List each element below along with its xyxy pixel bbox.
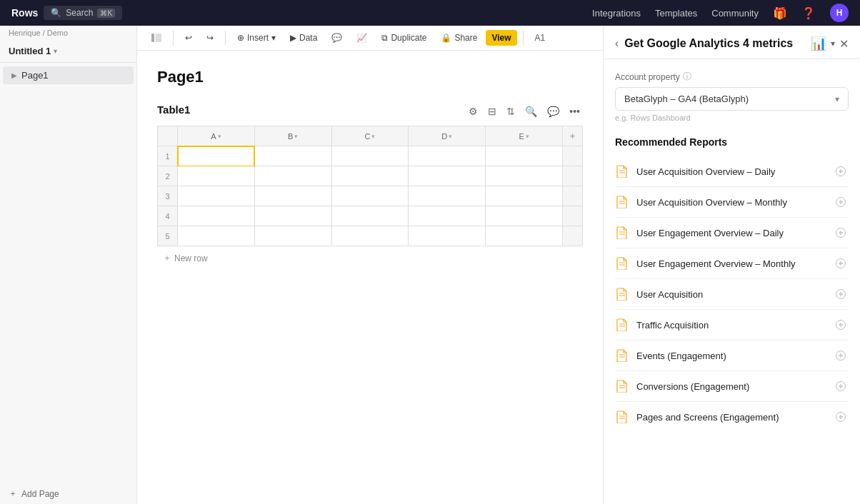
report-item-conversions-engagement[interactable]: Conversions (Engagement) xyxy=(615,371,849,402)
duplicate-button[interactable]: ⧉ Duplicate xyxy=(376,30,432,46)
sidebar-title-dropdown-icon[interactable]: ▾ xyxy=(54,47,57,55)
report-item-user-eng-daily[interactable]: User Engagement Overview – Daily xyxy=(615,218,849,248)
cell-a1[interactable] xyxy=(178,146,255,166)
col-header-e[interactable]: E ▾ xyxy=(486,126,563,146)
table-comment-icon[interactable]: 💬 xyxy=(544,104,562,119)
report-add-button[interactable] xyxy=(833,225,849,241)
account-property-select[interactable]: BetaGlyph – GA4 (BetaGlyph) ▾ xyxy=(615,87,849,111)
duplicate-label: Duplicate xyxy=(391,33,426,43)
report-add-button[interactable] xyxy=(833,286,849,302)
col-d-dropdown-icon[interactable]: ▾ xyxy=(449,133,452,140)
table-sort-icon[interactable]: ⇅ xyxy=(504,104,518,119)
report-file-icon xyxy=(615,317,629,333)
cell-d3[interactable] xyxy=(409,186,486,206)
report-file-icon xyxy=(615,163,629,179)
account-property-label: Account property ⓘ xyxy=(615,71,849,83)
cell-e5[interactable] xyxy=(486,226,563,246)
cell-a3[interactable] xyxy=(178,186,255,206)
cell-d4[interactable] xyxy=(409,206,486,226)
spreadsheet: A ▾ B ▾ xyxy=(157,126,583,246)
new-row-button[interactable]: ＋ New row xyxy=(157,249,583,267)
report-item-events-engagement[interactable]: Events (Engagement) xyxy=(615,341,849,371)
cell-b5[interactable] xyxy=(254,226,331,246)
col-e-dropdown-icon[interactable]: ▾ xyxy=(526,133,529,140)
cell-e2[interactable] xyxy=(486,166,563,186)
report-add-button[interactable] xyxy=(833,194,849,210)
report-add-button[interactable] xyxy=(833,378,849,394)
report-add-button[interactable] xyxy=(833,348,849,363)
report-item-user-acq-daily[interactable]: User Acquisition Overview – Daily xyxy=(615,156,849,187)
cell-d5[interactable] xyxy=(409,226,486,246)
data-button[interactable]: ▶ Data xyxy=(284,30,323,46)
report-item-user-acquisition[interactable]: User Acquisition xyxy=(615,279,849,310)
table-filter-icon[interactable]: ⊟ xyxy=(485,104,499,119)
col-c-dropdown-icon[interactable]: ▾ xyxy=(371,133,375,140)
cell-b1[interactable] xyxy=(254,146,331,166)
cell-b2[interactable] xyxy=(254,166,331,186)
cell-d2[interactable] xyxy=(409,166,486,186)
panel-back-button[interactable]: ‹ xyxy=(615,37,619,50)
help-icon[interactable]: ❓ xyxy=(801,6,816,20)
table-settings-icon[interactable]: ⚙ xyxy=(466,104,481,119)
cell-b4[interactable] xyxy=(254,206,331,226)
col-header-c[interactable]: C ▾ xyxy=(331,126,409,146)
new-row-label: New row xyxy=(174,253,208,263)
report-add-button[interactable] xyxy=(833,409,849,425)
panel-close-button[interactable]: ✕ xyxy=(839,37,849,51)
chart-button[interactable]: 📈 xyxy=(351,30,373,46)
cell-a2[interactable] xyxy=(178,166,255,186)
report-item-user-eng-monthly[interactable]: User Engagement Overview – Monthly xyxy=(615,248,849,279)
report-item-user-acq-monthly[interactable]: User Acquisition Overview – Monthly xyxy=(615,187,849,218)
add-page-button[interactable]: ＋ Add Page xyxy=(0,483,136,504)
cell-a5[interactable] xyxy=(178,226,255,246)
report-add-button[interactable] xyxy=(833,256,849,271)
page-chevron-icon: ▶ xyxy=(11,71,17,79)
gift-icon[interactable]: 🎁 xyxy=(773,6,787,20)
integrations-link[interactable]: Integrations xyxy=(592,8,641,19)
share-label: Share xyxy=(454,33,477,43)
col-header-b[interactable]: B ▾ xyxy=(254,126,331,146)
account-help-icon[interactable]: ⓘ xyxy=(683,71,691,83)
top-nav-left: Rows 🔍 Search ⌘K xyxy=(11,6,122,20)
search-bar[interactable]: 🔍 Search ⌘K xyxy=(44,6,122,20)
table-search-icon[interactable]: 🔍 xyxy=(522,104,540,119)
templates-link[interactable]: Templates xyxy=(655,8,697,19)
cell-c3[interactable] xyxy=(331,186,409,206)
cell-c1[interactable] xyxy=(331,146,409,166)
cell-b3[interactable] xyxy=(254,186,331,206)
col-a-dropdown-icon[interactable]: ▾ xyxy=(218,133,221,140)
cell-e3[interactable] xyxy=(486,186,563,206)
cell-c2[interactable] xyxy=(331,166,409,186)
community-link[interactable]: Community xyxy=(711,8,759,19)
cell-c4[interactable] xyxy=(331,206,409,226)
toolbar-sep-1 xyxy=(173,31,174,45)
table-more-icon[interactable]: ••• xyxy=(566,104,583,119)
comment-button[interactable]: 💬 xyxy=(326,30,348,46)
share-button[interactable]: 🔒 Share xyxy=(435,30,483,46)
cell-a4[interactable] xyxy=(178,206,255,226)
col-b-dropdown-icon[interactable]: ▾ xyxy=(294,133,298,140)
insert-button[interactable]: ⊕ Insert ▾ xyxy=(231,30,281,46)
col-header-d[interactable]: D ▾ xyxy=(409,126,486,146)
cell-c5[interactable] xyxy=(331,226,409,246)
view-button[interactable]: View xyxy=(486,30,516,46)
center-panel: ↩ ↪ ⊕ Insert ▾ ▶ Data 💬 📈 ⧉ Duplicate 🔒 … xyxy=(137,26,603,504)
col-header-a[interactable]: A ▾ xyxy=(178,126,255,146)
avatar[interactable]: H xyxy=(830,4,849,22)
cell-e4[interactable] xyxy=(486,206,563,226)
report-item-traffic-acquisition[interactable]: Traffic Acquisition xyxy=(615,310,849,341)
report-add-button[interactable] xyxy=(833,163,849,179)
toolbar-sep-3 xyxy=(523,31,524,45)
undo-button[interactable]: ↩ xyxy=(179,30,198,46)
report-item-pages-screens[interactable]: Pages and Screens (Engagement) xyxy=(615,402,849,432)
sidebar-doc-title[interactable]: Untitled 1 xyxy=(9,46,51,56)
report-add-button[interactable] xyxy=(833,317,849,333)
toggle-sidebar-button[interactable] xyxy=(146,31,167,45)
cell-e1[interactable] xyxy=(486,146,563,166)
panel-title-dropdown-icon[interactable]: ▾ xyxy=(831,39,835,49)
sidebar-page-item-page1[interactable]: ▶ Page1 xyxy=(3,66,134,84)
cell-d1[interactable] xyxy=(409,146,486,166)
redo-button[interactable]: ↪ xyxy=(201,30,219,46)
report-file-icon xyxy=(615,378,629,394)
add-col-button[interactable]: + xyxy=(563,126,583,146)
